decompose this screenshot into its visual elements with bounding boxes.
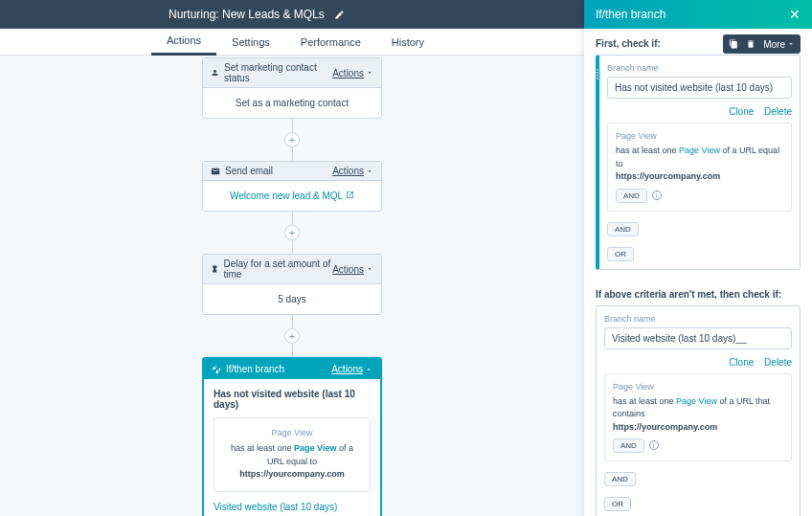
card-actions-menu[interactable]: Actions [332,68,373,79]
tab-settings[interactable]: Settings [216,29,285,56]
workflow-title: Nurturing: New Leads & MQLs [169,8,325,21]
connector [292,344,293,357]
or-pill[interactable]: OR [607,247,634,261]
branch-name-2: Visited website (last 10 days) [214,502,371,512]
info-icon[interactable]: i [652,191,662,200]
panel-toolbar: More [723,34,801,54]
card-body: 5 days [203,284,381,314]
branch-name-input-2[interactable] [604,327,792,349]
connector [292,147,293,161]
action-card-branch[interactable]: If/then branch Actions Has not visited w… [202,357,382,516]
close-button[interactable]: ✕ [789,7,801,22]
card-actions-menu[interactable]: Actions [332,264,373,275]
branch-icon [212,365,221,374]
criteria-block[interactable]: Page View has at least one Page View of … [607,123,792,212]
criteria-type: Page View [224,428,360,437]
add-action-button[interactable]: + [284,328,300,344]
caret-down-icon [366,265,373,273]
action-card-set-contact[interactable]: Set marketing contact status Actions Set… [202,57,382,119]
caret-down-icon [365,366,372,373]
email-link[interactable]: Welcome new lead & MQL [230,191,354,201]
and-pill[interactable]: AND [616,189,647,203]
clone-link[interactable]: Clone [729,106,754,117]
add-action-button[interactable]: + [284,225,300,240]
tab-actions[interactable]: Actions [151,29,216,56]
branch-name-label: Branch name [604,314,792,324]
card-title: Set marketing contact status [224,62,332,83]
workflow-canvas: Set marketing contact status Actions Set… [0,56,584,516]
branch-name-label: Branch name [607,63,792,73]
second-check-label: If above criteria aren't met, then check… [596,289,801,300]
tab-performance[interactable]: Performance [285,29,376,56]
connector [292,212,293,225]
tab-history[interactable]: History [376,29,440,56]
connector [292,119,293,132]
card-actions-menu[interactable]: Actions [332,166,373,176]
edit-icon[interactable] [334,10,345,20]
contact-icon [211,68,219,78]
caret-down-icon [366,69,373,77]
criteria-type: Page View [616,131,783,141]
branch-box-1: Branch name Clone Delete Page View has a… [596,55,801,270]
criteria-block[interactable]: Page View has at least one Page View of … [604,373,792,462]
connector [292,240,293,254]
branch-name-1: Has not visited website (last 10 days) [214,389,371,410]
hourglass-icon [211,264,219,274]
action-card-send-email[interactable]: Send email Actions Welcome new lead & MQ… [202,161,382,212]
and-pill[interactable]: AND [613,438,644,453]
card-title: If/then branch [226,364,284,374]
action-card-delay[interactable]: Delay for a set amount of time Actions 5… [202,254,382,315]
drag-handle-icon[interactable] [597,69,602,79]
branch-box-2: Branch name Clone Delete Page View has a… [596,305,801,517]
branch-criteria: Page View has at least one Page View of … [214,417,371,492]
clone-link[interactable]: Clone [729,357,754,368]
or-pill[interactable]: OR [604,497,631,511]
and-pill[interactable]: AND [604,472,636,486]
delete-link[interactable]: Delete [764,357,792,368]
caret-down-icon [787,40,795,48]
side-panel: If/then branch ✕ More First, check if: B… [584,0,812,516]
add-action-button[interactable]: + [284,132,300,147]
more-menu[interactable]: More [763,39,795,50]
criteria-type: Page View [613,382,783,392]
email-icon [211,167,220,176]
card-actions-menu[interactable]: Actions [331,364,372,374]
panel-title: If/then branch [596,8,665,21]
connector [292,315,293,328]
card-title: Delay for a set amount of time [224,258,333,280]
card-body: Set as a marketing contact [203,88,381,118]
delete-link[interactable]: Delete [764,106,792,117]
branch-name-input-1[interactable] [607,77,792,99]
delete-icon[interactable] [746,39,756,49]
info-icon[interactable]: i [649,440,659,450]
card-title: Send email [225,166,273,176]
copy-icon[interactable] [729,39,738,49]
external-link-icon [346,191,354,199]
and-pill[interactable]: AND [607,222,639,236]
caret-down-icon [366,168,373,175]
